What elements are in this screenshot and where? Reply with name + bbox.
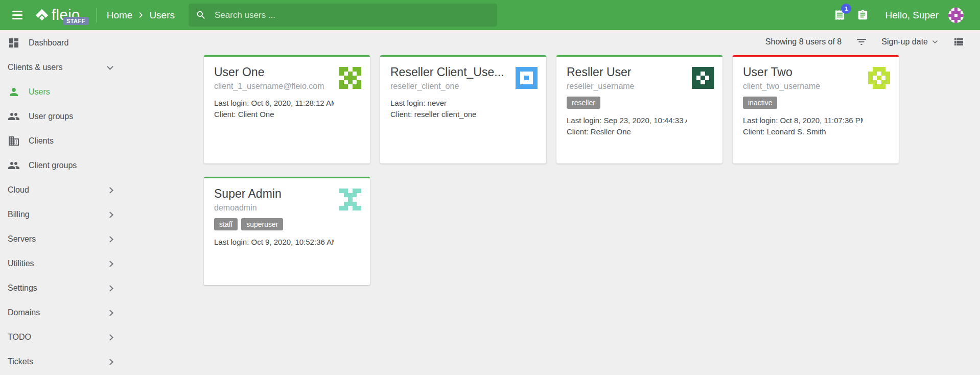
user-badge: superuser — [241, 218, 283, 230]
user-name: Reseller Client_Use... — [390, 65, 510, 79]
user-client: Client: Client One — [214, 109, 334, 120]
user-name: Super Admin — [214, 186, 334, 201]
sidebar-section-label: Servers — [8, 235, 108, 244]
sidebar-section-domains[interactable]: Domains — [0, 300, 123, 325]
main-content: Showing 8 users of 8 Sign-up date User O… — [123, 30, 980, 375]
menu-icon[interactable] — [10, 8, 25, 22]
brand-logo[interactable]: fleio STAFF — [35, 8, 80, 22]
sidebar-item-label: Dashboard — [29, 38, 112, 48]
user-username: client_1_username@fleio.com — [214, 81, 334, 91]
sidebar-section-label: Utilities — [8, 259, 108, 268]
search-bar — [189, 4, 497, 27]
user-last-login: Last login: Oct 8, 2020, 11:07:36 PM — [743, 115, 863, 126]
filter-button[interactable] — [855, 36, 868, 48]
user-status-strip — [733, 55, 899, 57]
sidebar-section-label: Clients & users — [8, 63, 108, 72]
results-count: Showing 8 users of 8 — [765, 37, 842, 46]
sidebar: Dashboard Clients & users Users User gro… — [0, 30, 123, 375]
view-list-icon — [952, 36, 965, 48]
user-username: demoadmin — [214, 203, 334, 213]
dashboard-icon — [8, 37, 20, 49]
user-name: User Two — [743, 65, 863, 79]
user-greeting: Hello, Super — [885, 10, 939, 21]
sidebar-item-clients[interactable]: Clients — [0, 129, 123, 153]
sidebar-item-client-groups[interactable]: Client groups — [0, 153, 123, 178]
sidebar-section-label: TODO — [8, 333, 108, 342]
user-badges: reseller — [567, 97, 687, 109]
search-input[interactable] — [214, 10, 490, 21]
chevron-right-icon — [107, 334, 113, 341]
user-username: reseller_client_one — [390, 81, 510, 91]
list-toolbar: Showing 8 users of 8 Sign-up date — [123, 30, 980, 54]
user-card[interactable]: User One client_1_username@fleio.com Las… — [204, 55, 370, 163]
user-badge: staff — [214, 218, 238, 230]
sidebar-section-billing[interactable]: Billing — [0, 202, 123, 227]
user-status-strip — [204, 177, 370, 178]
user-avatar-identicon — [868, 67, 890, 89]
breadcrumb-home[interactable]: Home — [107, 10, 133, 21]
user-avatar-identicon — [339, 67, 361, 89]
sidebar-section-label: Billing — [8, 210, 108, 219]
user-cards-grid: User One client_1_username@fleio.com Las… — [204, 55, 899, 285]
breadcrumb-chevron-icon — [137, 11, 145, 19]
user-status-strip — [556, 55, 722, 57]
view-toggle-button[interactable] — [952, 36, 965, 48]
chevron-right-icon — [107, 236, 113, 243]
user-avatar-identicon — [692, 67, 714, 89]
sidebar-item-users[interactable]: Users — [0, 80, 123, 104]
user-name: User One — [214, 65, 334, 79]
chevron-right-icon — [107, 212, 113, 218]
user-status-strip — [204, 55, 370, 57]
user-name: Resller User — [567, 65, 687, 79]
clipboard-icon — [857, 9, 869, 21]
sidebar-item-dashboard[interactable]: Dashboard — [0, 31, 123, 55]
sidebar-section-servers[interactable]: Servers — [0, 227, 123, 251]
chevron-right-icon — [107, 285, 113, 292]
user-card[interactable]: User Two client_two_username inactive La… — [733, 55, 899, 163]
sidebar-section-clients-users[interactable]: Clients & users — [0, 55, 123, 80]
sidebar-section-label: Tickets — [8, 357, 108, 366]
sidebar-item-label: Users — [29, 87, 112, 97]
staff-badge: STAFF — [63, 17, 88, 25]
user-card[interactable]: Reseller Client_Use... reseller_client_o… — [380, 55, 546, 163]
tasks-button[interactable] — [856, 8, 870, 22]
chevron-right-icon — [107, 187, 113, 194]
filter-icon — [855, 36, 868, 48]
chevron-down-icon — [107, 63, 113, 70]
chevron-right-icon — [107, 310, 113, 316]
user-status-strip — [380, 55, 546, 57]
user-client: Client: Leonard S. Smith — [743, 126, 863, 137]
notification-badge: 1 — [841, 4, 851, 14]
sidebar-item-label: Client groups — [29, 161, 112, 170]
sidebar-item-label: Clients — [29, 136, 112, 146]
user-avatar-identicon — [516, 67, 538, 89]
sidebar-item-user-groups[interactable]: User groups — [0, 104, 123, 129]
user-client: Client: reseller client_one — [390, 109, 510, 120]
user-card[interactable]: Resller User reseller_username reseller … — [556, 55, 722, 163]
sidebar-section-utilities[interactable]: Utilities — [0, 251, 123, 276]
user-avatar-identicon — [339, 189, 361, 210]
sidebar-section-label: Cloud — [8, 185, 108, 195]
user-avatar[interactable] — [948, 8, 964, 23]
people-icon — [8, 110, 20, 123]
sidebar-section-cloud[interactable]: Cloud — [0, 178, 123, 202]
user-last-login: Last login: never — [390, 98, 510, 109]
sidebar-section-label: Settings — [8, 284, 108, 293]
user-last-login: Last login: Oct 9, 2020, 10:52:36 AM — [214, 237, 334, 248]
user-card[interactable]: Super Admin demoadmin staffsuperuser Las… — [204, 177, 370, 285]
topbar-actions: 1 Hello, Super — [833, 8, 972, 23]
chevron-right-icon — [107, 261, 113, 267]
sidebar-section-settings[interactable]: Settings — [0, 276, 123, 300]
search-icon — [196, 10, 206, 20]
user-username: reseller_username — [567, 81, 687, 91]
fleio-logo-icon — [35, 8, 49, 22]
person-icon — [8, 86, 20, 98]
breadcrumb-current[interactable]: Users — [149, 10, 175, 21]
user-badge: inactive — [743, 97, 777, 109]
orders-button[interactable]: 1 — [833, 8, 847, 22]
user-badges: staffsuperuser — [214, 218, 334, 230]
breadcrumb: Home Users — [107, 10, 175, 21]
sort-dropdown[interactable]: Sign-up date — [881, 37, 939, 46]
sidebar-section-tickets[interactable]: Tickets — [0, 349, 123, 374]
sidebar-section-todo[interactable]: TODO — [0, 325, 123, 349]
